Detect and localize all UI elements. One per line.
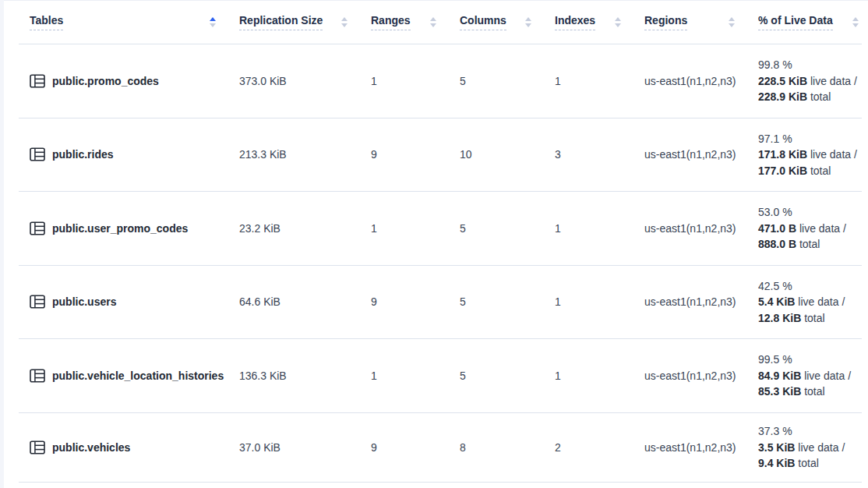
table-name-link[interactable]: public.user_promo_codes <box>52 222 188 235</box>
live-data-line: 171.8 KiB live data / <box>758 147 857 163</box>
cell-replication-size: 64.6 KiB <box>227 266 358 339</box>
header-cell-indexes[interactable]: Indexes <box>542 1 632 44</box>
live-data-line: 5.4 KiB live data / <box>758 294 845 310</box>
header-cell-ranges[interactable]: Ranges <box>358 1 447 44</box>
header-label: Replication Size <box>239 14 323 30</box>
table-row: public.rides 213.3 KiB 9 10 3 us-east1(n… <box>19 118 862 193</box>
total-data-line: 9.4 KiB total <box>758 455 819 472</box>
total-data-line: 177.0 KiB total <box>758 163 831 179</box>
header-label: Ranges <box>371 14 411 30</box>
header-label: Indexes <box>555 14 595 30</box>
table-icon <box>30 440 45 454</box>
cell-indexes: 2 <box>542 413 632 483</box>
cell-columns: 5 <box>447 192 542 265</box>
cell-live-data: 42.5 % 5.4 KiB live data / 12.8 KiB tota… <box>746 266 862 339</box>
table-name-link[interactable]: public.vehicle_location_histories <box>52 370 224 382</box>
sort-asc-icon <box>210 17 216 21</box>
cell-regions: us-east1(n1,n2,n3) <box>632 266 746 339</box>
cell-replication-size: 37.0 KiB <box>227 413 358 483</box>
cell-regions: us-east1(n1,n2,n3) <box>632 118 746 192</box>
table-name-link[interactable]: public.users <box>52 295 116 308</box>
table-header-row: Tables Replication Size Ranges Columns I… <box>19 1 862 44</box>
live-percent: 42.5 % <box>758 278 792 295</box>
sort-icons <box>525 17 531 27</box>
cell-ranges: 9 <box>358 118 447 192</box>
cell-replication-size: 213.3 KiB <box>227 118 358 192</box>
table-row: public.user_promo_codes 23.2 KiB 1 5 1 u… <box>19 192 862 266</box>
header-cell-columns[interactable]: Columns <box>447 1 542 44</box>
cell-table-name: public.vehicles <box>19 413 227 483</box>
table-name-link[interactable]: public.promo_codes <box>52 75 159 87</box>
total-data-line: 12.8 KiB total <box>758 310 825 327</box>
cell-columns: 8 <box>447 413 542 483</box>
total-data-line: 228.9 KiB total <box>758 89 831 105</box>
cell-replication-size: 136.3 KiB <box>227 339 358 412</box>
live-percent: 99.8 % <box>758 57 792 73</box>
cell-indexes: 1 <box>542 192 632 265</box>
sort-asc-icon <box>430 17 436 21</box>
table-name-link[interactable]: public.rides <box>52 148 114 161</box>
sort-asc-icon <box>852 17 859 21</box>
live-data-line: 471.0 B live data / <box>758 221 846 237</box>
cell-live-data: 97.1 % 171.8 KiB live data / 177.0 KiB t… <box>746 118 862 192</box>
cell-replication-size: 23.2 KiB <box>227 192 358 265</box>
table-icon <box>30 221 45 235</box>
table-name-link[interactable]: public.vehicles <box>52 441 130 454</box>
cell-regions: us-east1(n1,n2,n3) <box>632 192 746 265</box>
sort-icons <box>852 17 859 27</box>
tables-panel: Tables Replication Size Ranges Columns I… <box>4 0 868 488</box>
cell-table-name: public.promo_codes <box>19 44 227 118</box>
live-percent: 99.5 % <box>758 352 792 368</box>
cell-table-name: public.user_promo_codes <box>19 192 227 265</box>
cell-indexes: 1 <box>542 266 632 339</box>
cell-columns: 10 <box>447 118 542 192</box>
table-icon <box>30 147 45 161</box>
header-cell-regions[interactable]: Regions <box>632 1 746 44</box>
sort-icons <box>341 17 348 27</box>
header-cell-live-data[interactable]: % of Live Data <box>746 1 862 44</box>
sort-icons <box>210 17 216 27</box>
cell-regions: us-east1(n1,n2,n3) <box>632 413 746 483</box>
sort-desc-icon <box>525 23 531 27</box>
live-percent: 37.3 % <box>758 423 792 440</box>
tables-table: Tables Replication Size Ranges Columns I… <box>19 1 862 483</box>
live-data-line: 3.5 KiB live data / <box>758 440 845 456</box>
table-body: public.promo_codes 373.0 KiB 1 5 1 us-ea… <box>19 44 862 483</box>
sort-desc-icon <box>729 23 735 27</box>
cell-ranges: 9 <box>358 413 447 483</box>
cell-regions: us-east1(n1,n2,n3) <box>632 44 746 118</box>
cell-columns: 5 <box>447 44 542 118</box>
header-cell-replication-size[interactable]: Replication Size <box>227 1 358 44</box>
table-icon <box>30 74 45 88</box>
cell-table-name: public.vehicle_location_histories <box>19 339 227 412</box>
cell-indexes: 3 <box>542 118 632 192</box>
table-icon <box>30 369 45 383</box>
cell-indexes: 1 <box>542 339 632 412</box>
sort-asc-icon <box>729 17 735 21</box>
cell-columns: 5 <box>447 339 542 412</box>
live-data-line: 228.5 KiB live data / <box>758 73 857 90</box>
cell-table-name: public.rides <box>19 118 227 192</box>
cell-live-data: 99.8 % 228.5 KiB live data / 228.9 KiB t… <box>746 44 862 118</box>
sort-icons <box>615 17 621 27</box>
sort-icons <box>430 17 436 27</box>
total-data-line: 888.0 B total <box>758 236 820 253</box>
sort-asc-icon <box>341 17 348 21</box>
cell-table-name: public.users <box>19 266 227 339</box>
cell-ranges: 1 <box>358 192 447 265</box>
table-row: public.vehicles 37.0 KiB 9 8 2 us-east1(… <box>19 413 862 483</box>
header-label: % of Live Data <box>758 14 833 30</box>
cell-live-data: 99.5 % 84.9 KiB live data / 85.3 KiB tot… <box>746 339 862 412</box>
sort-desc-icon <box>341 23 348 27</box>
cell-live-data: 37.3 % 3.5 KiB live data / 9.4 KiB total <box>746 413 862 483</box>
cell-live-data: 53.0 % 471.0 B live data / 888.0 B total <box>746 192 862 265</box>
header-cell-tables[interactable]: Tables <box>19 1 227 44</box>
cell-indexes: 1 <box>542 44 632 118</box>
live-percent: 97.1 % <box>758 131 792 147</box>
table-icon <box>30 295 45 309</box>
header-label: Columns <box>460 14 506 30</box>
cell-replication-size: 373.0 KiB <box>227 44 358 118</box>
cell-ranges: 1 <box>358 339 447 412</box>
cell-regions: us-east1(n1,n2,n3) <box>632 339 746 412</box>
sort-asc-icon <box>525 17 531 21</box>
